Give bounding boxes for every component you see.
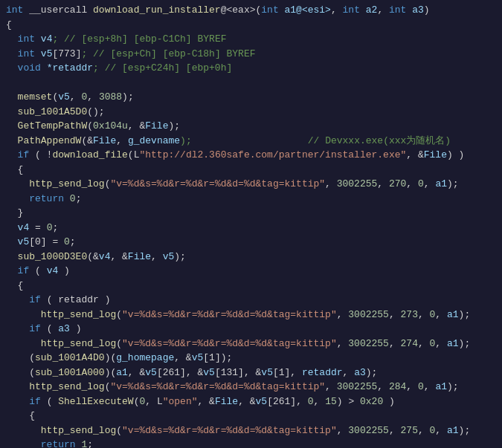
code-token — [6, 235, 18, 250]
code-line: http_send_log("v=%d&s=%d&r=%d&r=%d&d=%d&… — [6, 308, 496, 322]
code-token: a3 — [354, 366, 366, 380]
code-token: 0 — [418, 380, 424, 395]
code-token: v5 — [18, 235, 30, 250]
code-token: , — [389, 423, 401, 438]
code-token: @<eax>( — [221, 3, 262, 18]
code-token: if — [29, 395, 41, 409]
code-token: , — [331, 3, 343, 18]
code-line: { — [6, 279, 496, 293]
code-token — [6, 90, 18, 105]
code-line: v4 = 0; — [6, 221, 496, 236]
code-line: void *retaddr; // [esp+C24h] [ebp+0h] — [6, 61, 496, 76]
code-token: "v=%d&s=%d&r=%d&r=%d&d=%d&tag=kittip" — [122, 337, 337, 351]
code-token: ( — [87, 119, 93, 134]
code-token: download_run_installer — [93, 3, 221, 18]
code-token: ) — [424, 3, 430, 18]
code-token: v5 — [261, 366, 273, 380]
code-token: ); — [122, 90, 134, 105]
code-line: PathAppendW(&File, g_devname); // Devxxx… — [6, 134, 496, 149]
code-token: [261] — [157, 366, 186, 380]
code-token — [6, 438, 41, 448]
code-token: int — [18, 47, 41, 62]
code-token: ); — [447, 380, 459, 395]
code-line: { — [6, 18, 496, 33]
code-token: a3 — [58, 322, 70, 337]
code-token: ( — [6, 351, 35, 366]
code-line: if ( v4 ) — [6, 264, 496, 279]
code-token: a1 — [447, 423, 459, 438]
code-token: v5 — [58, 90, 70, 105]
code-token: 0 — [418, 177, 424, 192]
code-token: BYREF — [227, 47, 256, 62]
code-token: , — [435, 337, 447, 351]
code-token — [6, 47, 18, 62]
code-token: [1] — [273, 366, 290, 380]
code-token: sub_1001A4D0 — [35, 351, 105, 366]
code-token: memset — [18, 90, 53, 105]
code-token: int — [6, 3, 29, 18]
code-token: , — [406, 380, 418, 395]
code-token — [6, 250, 18, 264]
code-token: int — [18, 32, 41, 47]
code-token: (& — [81, 134, 93, 149]
code-token — [6, 337, 41, 351]
code-token: ( — [6, 366, 35, 380]
code-token: "v=%d&s=%d&r=%d&r=%d&d=%d&tag=kittip" — [110, 380, 325, 395]
code-token: ); // Devxxx.exe(xxx为随机名) — [180, 134, 451, 149]
code-token: ); — [366, 366, 378, 380]
code-token: int — [261, 3, 284, 18]
code-token: v4 — [99, 250, 111, 264]
code-token: , — [337, 308, 349, 322]
code-token — [6, 177, 29, 192]
code-token: 0 — [47, 221, 53, 236]
code-token: 1 — [81, 438, 87, 448]
code-token: = — [47, 235, 64, 250]
code-token: 0x20 — [360, 395, 383, 409]
code-token: , — [70, 90, 82, 105]
code-token: __usercall — [29, 3, 93, 18]
code-token: v5 — [203, 366, 215, 380]
code-token: , — [337, 337, 349, 351]
code-token: if — [29, 322, 41, 337]
code-line: { — [6, 163, 496, 178]
code-token: File — [145, 119, 168, 134]
code-token: ( — [52, 90, 58, 105]
code-token: , — [296, 395, 308, 409]
code-line: http_send_log("v=%d&s=%d&r=%d&r=%d&d=%d&… — [6, 380, 496, 395]
code-token: v5 — [192, 351, 204, 366]
code-token: } — [6, 206, 23, 221]
code-token: , — [424, 177, 436, 192]
code-token: a1 — [447, 308, 459, 322]
code-token: , — [151, 250, 163, 264]
code-token: ( — [105, 380, 111, 395]
code-line: int __usercall download_run_installer@<e… — [6, 3, 496, 18]
code-token: 275 — [401, 423, 418, 438]
code-token: a1 — [447, 337, 459, 351]
code-token: ( — [29, 264, 46, 279]
code-token: ; — [76, 192, 82, 207]
code-token: "v=%d&s=%d&r=%d&r=%d&d=%d&tag=kittip" — [122, 308, 337, 322]
code-token: ShellExecuteW — [58, 395, 133, 409]
code-token: 284 — [389, 380, 406, 395]
code-token: , — [325, 380, 337, 395]
code-token — [6, 134, 18, 149]
code-token: { — [6, 18, 12, 33]
code-token: http_send_log — [29, 177, 104, 192]
code-line: http_send_log("v=%d&s=%d&r=%d&r=%d&d=%d&… — [6, 423, 496, 438]
code-token: ( — [116, 337, 122, 351]
code-token: , — [424, 380, 436, 395]
code-token: PathAppendW — [18, 134, 82, 149]
code-token: , — [290, 366, 302, 380]
code-token: { — [6, 279, 23, 293]
code-line: http_send_log("v=%d&s=%d&r=%d&r=%d&d=%d&… — [6, 177, 496, 192]
code-token: http_send_log — [41, 308, 116, 322]
code-token: 3088 — [99, 90, 122, 105]
code-token — [6, 119, 18, 134]
code-token: g_devname — [128, 134, 180, 149]
code-token: a2 — [366, 3, 378, 18]
code-token: )( — [105, 366, 117, 380]
code-token: { — [6, 163, 23, 178]
code-token: v5 — [163, 250, 175, 264]
code-token — [6, 148, 18, 163]
code-token: "open" — [163, 395, 198, 409]
